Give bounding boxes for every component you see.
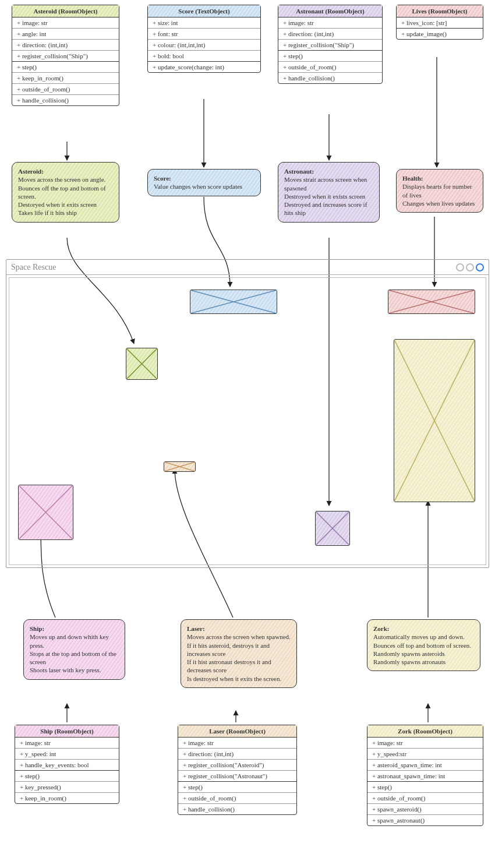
class-laser: Laser (RoomObject) + image: str + direct…: [178, 725, 297, 815]
ph-asteroid: [126, 348, 158, 380]
window-title: Space Rescue: [11, 263, 56, 272]
ph-health: [388, 290, 475, 314]
ph-score: [190, 290, 277, 314]
ph-zork: [394, 339, 475, 502]
class-asteroid: Asteroid (RoomObject) + image: str + ang…: [12, 5, 119, 106]
window-body: [9, 277, 486, 565]
class-astronaut: Astronaut (RoomObject) + image: str + di…: [278, 5, 383, 84]
note-asteroid: Asteroid: Moves across the screen on ang…: [12, 162, 119, 223]
ph-astronaut: [315, 511, 350, 546]
window-dot-icon: [456, 263, 464, 271]
class-title: Zork (RoomObject): [367, 725, 483, 738]
class-title: Laser (RoomObject): [178, 725, 296, 738]
diagram-canvas: Asteroid (RoomObject) + image: str + ang…: [0, 0, 495, 868]
class-score: Score (TextObject) + size: int + font: s…: [147, 5, 261, 73]
note-laser: Laser: Moves across the screen when spaw…: [181, 619, 297, 688]
window-space-rescue: Space Rescue: [6, 259, 489, 568]
class-title: Astronaut (RoomObject): [278, 5, 382, 17]
window-dot-icon: [476, 263, 484, 271]
ph-laser: [164, 461, 196, 472]
note-score: Score: Value changes when score updates: [147, 169, 261, 196]
note-zork: Zork: Automatically moves up and down. B…: [367, 619, 480, 671]
class-title: Lives (RoomObject): [397, 5, 483, 17]
ph-ship: [18, 485, 73, 540]
note-health: Health: Displays hearts for number of li…: [396, 169, 483, 213]
window-titlebar: Space Rescue: [6, 260, 489, 275]
note-astronaut: Astronaut: Moves strait across screen wh…: [278, 162, 380, 223]
class-ship: Ship (RoomObject) + image: str + y_speed…: [15, 725, 119, 804]
class-title: Ship (RoomObject): [15, 725, 119, 738]
window-dot-icon: [466, 263, 474, 271]
class-zork: Zork (RoomObject) + image: str + y_speed…: [367, 725, 483, 826]
class-title: Asteroid (RoomObject): [12, 5, 119, 17]
class-lives: Lives (RoomObject) + lives_icon: [str] +…: [396, 5, 483, 40]
note-ship: Ship: Moves up and down whith key press.…: [23, 619, 125, 680]
window-controls: [456, 263, 484, 271]
class-title: Score (TextObject): [148, 5, 260, 17]
